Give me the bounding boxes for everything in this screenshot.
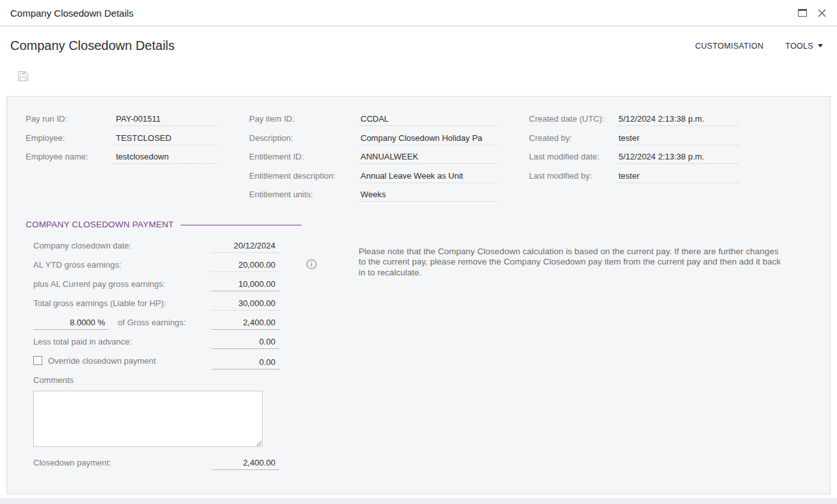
last-modified-by-value: tester xyxy=(617,171,739,183)
field-label: Closedown payment: xyxy=(33,458,211,467)
customisation-link[interactable]: CUSTOMISATION xyxy=(695,42,763,51)
field-row-al-current: plus AL Current pay gross earnings: 10,0… xyxy=(33,279,284,291)
record-summary: Pay run ID: PAY-001511 Employee: TESTCLO… xyxy=(26,114,817,209)
field-row-last-modified-by: Last modified by: tester xyxy=(529,171,817,183)
employee-name-value: testclosedown xyxy=(114,152,216,164)
field-label: Employee name: xyxy=(26,152,114,161)
summary-column-audit: Created date (UTC): 5/12/2024 2:13:38 p.… xyxy=(529,114,817,209)
payment-section-title: COMPANY CLOSEDOWN PAYMENT xyxy=(26,220,174,229)
field-label: of Gross earnings: xyxy=(118,318,211,327)
field-row-pay-run-id: Pay run ID: PAY-001511 xyxy=(26,114,249,126)
field-row-entitlement-units: Entitlement units: Weeks xyxy=(249,190,529,201)
field-row-created-by: Created by: tester xyxy=(529,133,817,145)
closedown-date-value: 20/12/2024 xyxy=(211,241,279,253)
field-row-closedown-date: Company closedown date: 20/12/2024 xyxy=(33,241,284,252)
less-paid-input[interactable]: 0.00 xyxy=(211,337,279,349)
closedown-payment-input[interactable]: 2,400.00 xyxy=(211,458,279,470)
field-row-percent: 8.0000 % of Gross earnings: 2,400.00 xyxy=(33,318,284,329)
payment-fields: Company closedown date: 20/12/2024 AL YT… xyxy=(33,241,284,477)
payment-area: Company closedown date: 20/12/2024 AL YT… xyxy=(26,241,817,477)
field-row-pay-item-id: Pay item ID: CCDAL xyxy=(249,114,529,126)
comments-label: Comments xyxy=(33,375,284,385)
header-links: CUSTOMISATION TOOLS xyxy=(695,38,823,51)
window-controls xyxy=(798,8,827,18)
entitlement-units-value: Weeks xyxy=(359,190,498,202)
field-label: Company closedown date: xyxy=(33,241,211,250)
field-row-created-date: Created date (UTC): 5/12/2024 2:13:38 p.… xyxy=(529,114,817,126)
save-floppy-icon xyxy=(17,70,29,82)
field-row-last-modified-date: Last modified date: 5/12/2024 2:13:38 p.… xyxy=(529,152,817,163)
field-label: Last modified date: xyxy=(529,152,617,161)
field-label: Description: xyxy=(249,133,359,143)
total-gross-value: 30,000.00 xyxy=(211,298,279,311)
maximize-icon[interactable] xyxy=(798,9,807,17)
field-label: AL YTD gross earnings: xyxy=(33,260,211,270)
field-label: plus AL Current pay gross earnings: xyxy=(33,279,211,289)
employee-value: TESTCLOSED xyxy=(114,133,216,145)
tools-menu[interactable]: TOOLS xyxy=(785,42,823,51)
field-label: Created by: xyxy=(529,133,617,143)
field-label: Total gross earnings (Liable for HP): xyxy=(33,298,211,308)
field-label: Created date (UTC): xyxy=(529,114,617,124)
field-row-employee-name: Employee name: testclosedown xyxy=(26,152,249,163)
comments-textarea[interactable] xyxy=(33,391,263,447)
description-value: Company Closedown Holiday Pa xyxy=(359,133,498,145)
percent-input[interactable]: 8.0000 % xyxy=(33,318,109,330)
override-closedown-checkbox[interactable] xyxy=(33,356,42,365)
field-row-override: Override closedown payment 0.00 xyxy=(33,356,284,368)
al-ytd-value: 20,000.00 xyxy=(211,260,279,272)
override-label: Override closedown payment xyxy=(48,356,156,366)
pay-run-id-value: PAY-001511 xyxy=(114,114,216,126)
entitlement-id-value: ANNUALWEEK xyxy=(359,152,498,164)
payment-section-header: COMPANY CLOSEDOWN PAYMENT xyxy=(26,218,817,231)
override-closedown-option[interactable]: Override closedown payment xyxy=(33,356,211,366)
created-by-value: tester xyxy=(617,133,739,145)
section-divider xyxy=(181,225,302,225)
save-button[interactable] xyxy=(17,73,29,84)
field-label: Entitlement units: xyxy=(249,190,359,199)
summary-column-payrun: Pay run ID: PAY-001511 Employee: TESTCLO… xyxy=(26,114,249,209)
dialog-titlebar: Company Closedown Details xyxy=(0,0,837,26)
percent-amount-input[interactable]: 2,400.00 xyxy=(211,318,279,330)
override-amount-input[interactable]: 0.00 xyxy=(211,357,279,370)
field-label: Entitlement description: xyxy=(249,171,359,181)
field-row-employee: Employee: TESTCLOSED xyxy=(26,133,249,145)
field-row-less-paid: Less total paid in advance: 0.00 xyxy=(33,337,284,348)
field-label: Less total paid in advance: xyxy=(33,337,211,346)
summary-column-payitem: Pay item ID: CCDAL Description: Company … xyxy=(249,114,529,209)
field-row-closedown-payment: Closedown payment: 2,400.00 xyxy=(33,458,284,469)
chevron-down-icon xyxy=(818,44,823,47)
tools-label: TOOLS xyxy=(785,42,813,51)
field-label: Pay run ID: xyxy=(26,114,114,124)
field-row-al-ytd: AL YTD gross earnings: 20,000.00 xyxy=(33,260,284,272)
page-title: Company Closedown Details xyxy=(10,38,175,53)
field-row-total-gross: Total gross earnings (Liable for HP): 30… xyxy=(33,298,284,310)
entitlement-description-value: Annual Leave Week as Unit xyxy=(359,171,498,183)
field-row-entitlement-description: Entitlement description: Annual Leave We… xyxy=(249,171,529,183)
pay-item-id-value: CCDAL xyxy=(359,114,498,126)
last-modified-date-value: 5/12/2024 2:13:38 p.m. xyxy=(617,152,739,164)
field-label: Entitlement ID: xyxy=(249,152,359,161)
al-current-input[interactable]: 10,000.00 xyxy=(211,279,279,291)
field-row-description: Description: Company Closedown Holiday P… xyxy=(249,133,529,145)
field-label: Pay item ID: xyxy=(249,114,359,124)
horizontal-scrollbar[interactable] xyxy=(0,498,837,504)
field-row-entitlement-id: Entitlement ID: ANNUALWEEK xyxy=(249,152,529,163)
toolbar xyxy=(17,70,29,85)
created-date-value: 5/12/2024 2:13:38 p.m. xyxy=(617,114,739,126)
calculation-note: Please note that the Company Closedown c… xyxy=(359,247,784,477)
field-label: Last modified by: xyxy=(529,171,617,181)
page-header: Company Closedown Details CUSTOMISATION … xyxy=(0,26,837,53)
field-label: Employee: xyxy=(26,133,114,143)
dialog-title: Company Closedown Details xyxy=(10,8,134,19)
info-icon[interactable] xyxy=(306,259,317,272)
close-icon[interactable] xyxy=(817,8,827,18)
form-panel: Pay run ID: PAY-001511 Employee: TESTCLO… xyxy=(6,96,831,494)
